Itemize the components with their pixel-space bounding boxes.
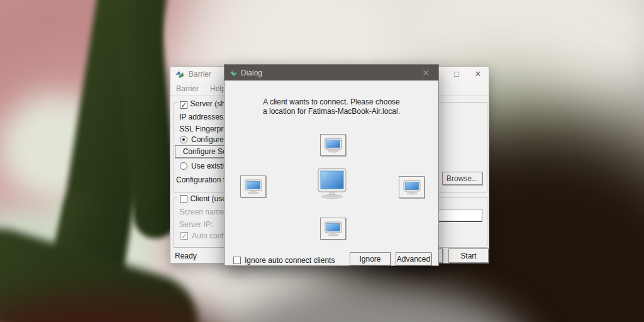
position-button-left[interactable] [240, 175, 266, 197]
position-button-bottom[interactable] [320, 218, 346, 240]
dialog-close-button[interactable]: ✕ [413, 65, 438, 80]
menu-barrier[interactable]: Barrier [170, 84, 204, 93]
use-existing-radio[interactable] [180, 162, 187, 170]
start-button[interactable]: Start [448, 248, 489, 263]
dialog-titlebar[interactable]: Dialog ✕ [225, 65, 438, 80]
monitor-icon-large [313, 168, 351, 201]
close-icon: ✕ [422, 68, 430, 78]
maximize-button[interactable]: □ [446, 67, 467, 81]
advanced-button[interactable]: Advanced [396, 252, 431, 265]
configure-interactively-radio[interactable] [180, 136, 187, 143]
server-screen-monitor [311, 167, 353, 201]
status-text: Ready [175, 252, 197, 260]
connect-dialog: Dialog ✕ A client wants to connect. Plea… [224, 64, 439, 266]
position-button-top[interactable] [320, 134, 346, 156]
monitor-icon [325, 138, 342, 153]
dialog-message-line1: A client wants to connect. Please choose [225, 97, 438, 106]
ignore-auto-connect-checkbox[interactable] [233, 257, 241, 264]
position-button-right[interactable] [399, 176, 425, 198]
screen-name-label: Screen name: [179, 208, 226, 216]
close-button[interactable]: ✕ [467, 67, 489, 81]
dialog-app-icon [229, 69, 238, 77]
browse-button[interactable]: Browse... [442, 172, 482, 185]
barrier-app-icon [175, 69, 185, 79]
maximize-icon: □ [454, 69, 459, 79]
barrier-window-title: Barrier [189, 70, 211, 79]
monitor-icon [245, 179, 262, 194]
server-ip-label: Server IP: [179, 220, 213, 229]
client-checkbox[interactable] [180, 195, 187, 203]
auto-config-checkbox[interactable]: ✓ [180, 232, 188, 240]
monitor-icon [325, 221, 342, 236]
server-checkbox[interactable]: ✓ [180, 101, 187, 109]
ignore-auto-connect-label: Ignore auto connect clients [245, 256, 335, 265]
close-icon: ✕ [475, 69, 482, 79]
monitor-icon [403, 180, 421, 195]
dialog-title: Dialog [241, 69, 262, 77]
ignore-button[interactable]: Ignore [350, 252, 391, 265]
dialog-message-line2: a location for Fatimas-MacBook-Air.local… [225, 107, 438, 116]
